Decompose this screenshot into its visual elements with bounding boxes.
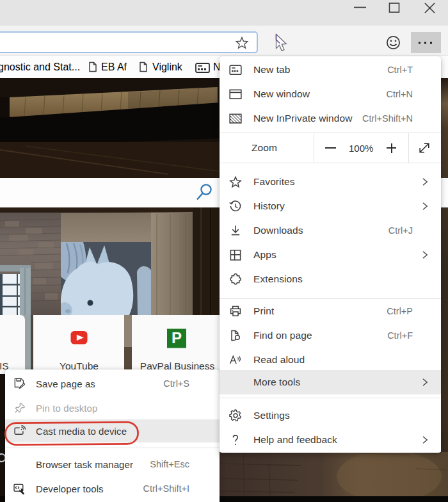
svg-text:P: P <box>172 329 182 346</box>
